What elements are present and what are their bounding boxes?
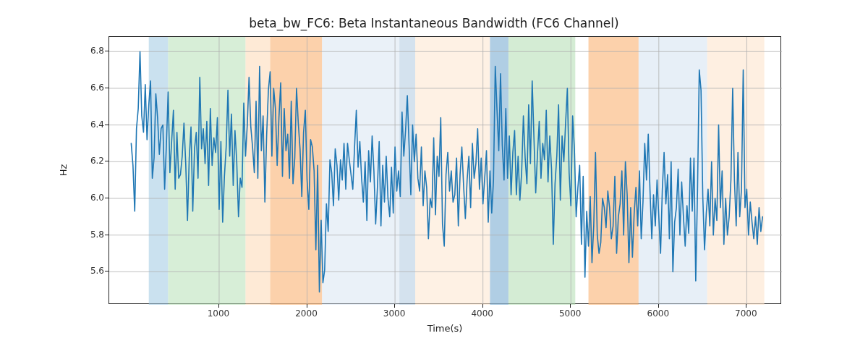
x-tick-label: 7000	[724, 308, 767, 319]
y-tick-mark	[105, 161, 109, 161]
x-tick-label: 6000	[637, 308, 680, 319]
x-tick-mark	[218, 304, 219, 308]
x-tick-mark	[746, 304, 746, 308]
y-tick-mark	[105, 235, 109, 235]
y-tick-label: 5.8	[75, 230, 104, 240]
x-axis-label: Time(s)	[109, 323, 781, 334]
y-axis-label: Hz	[58, 36, 72, 304]
x-tick-label: 4000	[461, 308, 504, 319]
x-tick-mark	[482, 304, 483, 308]
y-tick-mark	[105, 125, 109, 125]
chart-title: beta_bw_FC6: Beta Instantaneous Bandwidt…	[0, 16, 868, 30]
x-tick-label: 3000	[373, 308, 416, 319]
figure: beta_bw_FC6: Beta Instantaneous Bandwidt…	[0, 0, 868, 362]
x-tick-mark	[570, 304, 571, 308]
region-band	[399, 37, 415, 305]
x-tick-mark	[658, 304, 659, 308]
y-tick-label: 6.4	[75, 119, 104, 130]
region-band	[490, 37, 509, 305]
region-band	[707, 37, 765, 305]
y-tick-mark	[105, 271, 109, 272]
x-tick-label: 5000	[548, 308, 592, 319]
y-tick-mark	[105, 198, 109, 198]
y-tick-mark	[105, 88, 109, 88]
y-tick-mark	[105, 51, 109, 51]
y-tick-label: 5.6	[75, 266, 104, 276]
x-tick-label: 1000	[197, 308, 240, 319]
x-tick-mark	[307, 304, 307, 308]
x-tick-mark	[394, 304, 395, 308]
y-tick-label: 6.2	[75, 156, 104, 166]
plot-svg	[109, 37, 782, 305]
y-tick-label: 6.8	[75, 46, 104, 56]
y-tick-label: 6.6	[75, 83, 104, 93]
plot-area	[109, 36, 781, 304]
y-tick-label: 6.0	[75, 193, 104, 203]
x-tick-label: 2000	[285, 308, 328, 319]
